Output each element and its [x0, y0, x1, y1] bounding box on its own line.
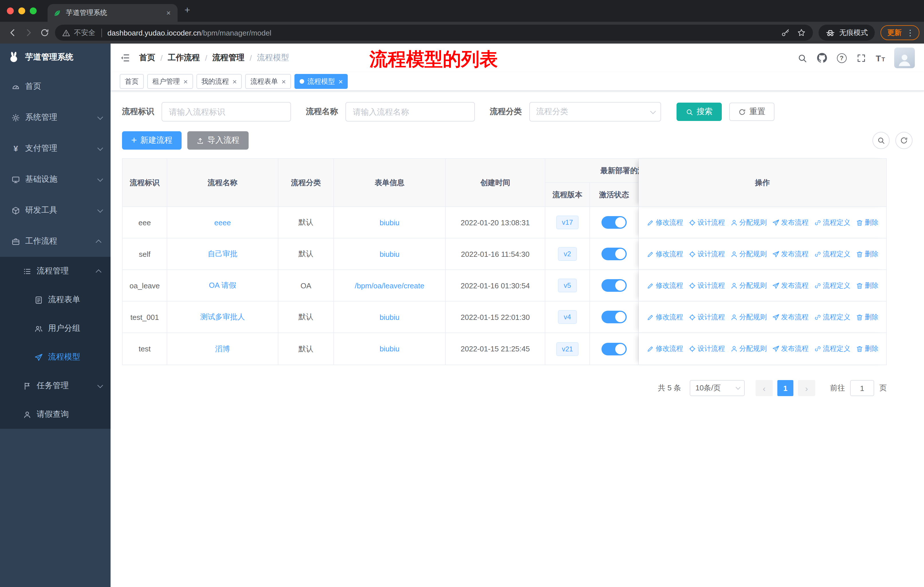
active-toggle[interactable]: [602, 248, 627, 260]
sidebar-item-system[interactable]: 系统管理: [0, 102, 111, 133]
action-assign-rule[interactable]: 分配规则: [730, 344, 767, 354]
sidebar-item-process-form[interactable]: 流程表单: [0, 286, 111, 314]
sidebar-item-process-management[interactable]: 流程管理: [0, 257, 111, 286]
action-edit-process[interactable]: 修改流程: [647, 218, 683, 227]
search-button[interactable]: 搜索: [676, 103, 722, 121]
browser-tab[interactable]: 芋道管理系统 ×: [48, 4, 178, 22]
action-process-definition[interactable]: 流程定义: [814, 344, 850, 354]
prev-page-button[interactable]: ‹: [756, 380, 773, 396]
form-link[interactable]: biubiu: [380, 344, 399, 353]
action-delete[interactable]: 删除: [856, 218, 878, 227]
breadcrumb-home[interactable]: 首页: [139, 53, 155, 63]
new-tab-button[interactable]: +: [185, 5, 190, 16]
tag-tenant-management[interactable]: 租户管理 ×: [147, 74, 193, 89]
action-assign-rule[interactable]: 分配规则: [730, 218, 767, 227]
action-delete[interactable]: 删除: [856, 312, 878, 322]
action-publish-process[interactable]: 发布流程: [772, 218, 808, 227]
close-icon[interactable]: ×: [281, 78, 285, 85]
goto-page-input[interactable]: [850, 380, 874, 396]
active-toggle[interactable]: [602, 311, 627, 323]
search-icon[interactable]: [797, 53, 807, 63]
action-publish-process[interactable]: 发布流程: [772, 344, 808, 354]
action-publish-process[interactable]: 发布流程: [772, 249, 808, 259]
sidebar-item-user-group[interactable]: 用户分组: [0, 314, 111, 343]
action-design-process[interactable]: 设计流程: [688, 344, 725, 354]
process-name-link[interactable]: eeee: [214, 218, 231, 227]
avatar[interactable]: [894, 48, 915, 68]
bookmark-star-icon[interactable]: [797, 28, 806, 37]
action-delete[interactable]: 删除: [856, 344, 878, 354]
page-number-current[interactable]: 1: [777, 380, 794, 396]
forward-button[interactable]: [21, 25, 37, 41]
action-assign-rule[interactable]: 分配规则: [730, 312, 767, 322]
action-edit-process[interactable]: 修改流程: [647, 312, 683, 322]
import-process-button[interactable]: 导入流程: [187, 131, 249, 150]
breadcrumb-workflow[interactable]: 工作流程: [168, 53, 200, 63]
sidebar-toggle-icon[interactable]: [120, 53, 130, 63]
close-icon[interactable]: ×: [183, 78, 188, 85]
tab-close-icon[interactable]: ×: [165, 8, 172, 17]
action-assign-rule[interactable]: 分配规则: [730, 281, 767, 290]
process-name-link[interactable]: 滔博: [215, 344, 230, 354]
tag-process-model[interactable]: 流程模型 ×: [294, 74, 348, 89]
form-link[interactable]: /bpm/oa/leave/create: [355, 281, 424, 290]
help-icon[interactable]: ?: [837, 53, 846, 63]
sidebar-item-home[interactable]: 首页: [0, 71, 111, 102]
breadcrumb-process-management[interactable]: 流程管理: [213, 53, 244, 63]
sidebar-item-leave-query[interactable]: 请假查询: [0, 400, 111, 429]
action-design-process[interactable]: 设计流程: [688, 281, 725, 290]
sidebar-item-payment[interactable]: ¥ 支付管理: [0, 133, 111, 164]
password-key-icon[interactable]: [781, 28, 790, 37]
action-process-definition[interactable]: 流程定义: [814, 218, 850, 227]
reset-button[interactable]: 重置: [729, 103, 774, 121]
update-button[interactable]: 更新 ⋮: [881, 25, 919, 40]
action-edit-process[interactable]: 修改流程: [647, 249, 683, 259]
action-process-definition[interactable]: 流程定义: [814, 312, 850, 322]
action-publish-process[interactable]: 发布流程: [772, 281, 808, 290]
active-toggle[interactable]: [602, 279, 627, 292]
process-name-link[interactable]: 测试多审批人: [200, 312, 245, 322]
action-edit-process[interactable]: 修改流程: [647, 281, 683, 290]
action-delete[interactable]: 删除: [856, 281, 878, 290]
address-bar[interactable]: 不安全 dashboard.yudao.iocoder.cn /bpm/mana…: [55, 25, 813, 41]
form-link[interactable]: biubiu: [380, 250, 399, 258]
window-zoom-button[interactable]: [30, 7, 37, 14]
action-design-process[interactable]: 设计流程: [688, 312, 725, 322]
close-icon[interactable]: ×: [338, 78, 343, 85]
tag-my-process[interactable]: 我的流程 ×: [196, 74, 242, 89]
reload-button[interactable]: [37, 25, 53, 41]
browser-menu-icon[interactable]: ⋮: [904, 28, 916, 37]
window-minimize-button[interactable]: [18, 7, 25, 14]
font-size-icon[interactable]: TT: [876, 54, 885, 62]
sidebar-item-infrastructure[interactable]: 基础设施: [0, 164, 111, 195]
sidebar-item-process-model[interactable]: 流程模型: [0, 343, 111, 372]
category-select[interactable]: 流程分类: [529, 102, 661, 122]
fullscreen-icon[interactable]: [856, 53, 866, 63]
action-process-definition[interactable]: 流程定义: [814, 281, 850, 290]
github-icon[interactable]: [817, 53, 827, 63]
process-key-input[interactable]: [162, 102, 291, 122]
back-button[interactable]: [5, 25, 21, 41]
close-icon[interactable]: ×: [232, 78, 237, 85]
action-edit-process[interactable]: 修改流程: [647, 344, 683, 354]
sidebar-item-devtools[interactable]: 研发工具: [0, 195, 111, 226]
process-name-input[interactable]: [345, 102, 475, 122]
action-assign-rule[interactable]: 分配规则: [730, 249, 767, 259]
next-page-button[interactable]: ›: [798, 380, 815, 396]
page-size-select[interactable]: 10条/页: [690, 380, 745, 396]
sidebar-item-task-management[interactable]: 任务管理: [0, 372, 111, 400]
active-toggle[interactable]: [602, 342, 627, 355]
refresh-table-button[interactable]: [895, 132, 912, 149]
create-process-button[interactable]: + 新建流程: [122, 131, 182, 150]
window-close-button[interactable]: [7, 7, 14, 14]
active-toggle[interactable]: [602, 216, 627, 229]
form-link[interactable]: biubiu: [380, 218, 399, 227]
tag-process-form[interactable]: 流程表单 ×: [245, 74, 291, 89]
sidebar-item-workflow[interactable]: 工作流程: [0, 226, 111, 257]
toggle-search-button[interactable]: [873, 132, 889, 149]
action-delete[interactable]: 删除: [856, 249, 878, 259]
action-design-process[interactable]: 设计流程: [688, 218, 725, 227]
action-design-process[interactable]: 设计流程: [688, 249, 725, 259]
action-publish-process[interactable]: 发布流程: [772, 312, 808, 322]
process-name-link[interactable]: OA 请假: [209, 280, 236, 291]
